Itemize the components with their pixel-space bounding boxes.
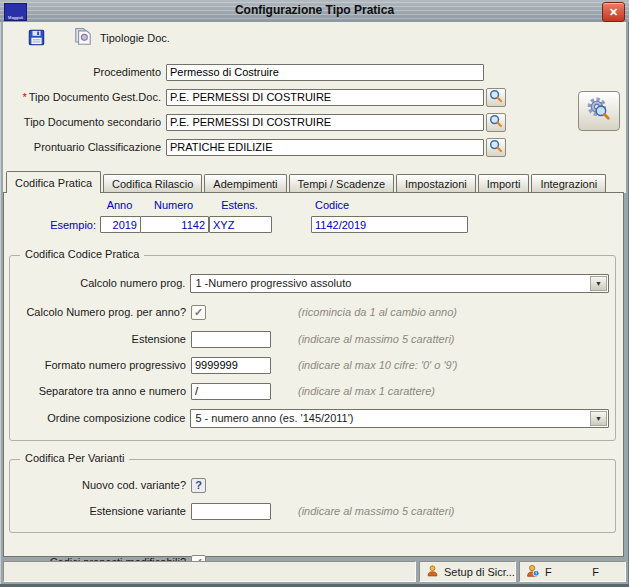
procedimento-row: Procedimento [3, 63, 626, 81]
setup-sicurezza-label: Setup di Sicr... [444, 566, 515, 578]
formato-row: Formato numero progressivo (indicare al … [10, 352, 609, 378]
nuovo-cod-variante-checkbox[interactable]: ? [191, 478, 206, 493]
esempio-numero-input[interactable] [140, 216, 209, 233]
esempio-header-codice: Codice [315, 199, 349, 211]
ordine-label: Ordine composizione codice [10, 412, 190, 424]
ordine-value: 5 - numero anno (es. '145/2011') [195, 412, 353, 424]
estensione-variante-hint: (indicare al massimo 5 caratteri) [298, 505, 455, 517]
esempio-row-label: Esempio: [21, 219, 96, 231]
separatore-label: Separatore tra anno e numero [10, 385, 191, 397]
calcolo-numero-prog-select[interactable]: 1 -Numero progressivo assoluto ▼ [190, 274, 609, 293]
tab-strip: Codifica Pratica Codifica Rilascio Ademp… [3, 172, 626, 193]
close-icon[interactable]: ✕ [602, 2, 625, 22]
tab-impostazioni[interactable]: Impostazioni [396, 174, 476, 193]
tab-label: Integrazioni [540, 178, 597, 190]
per-anno-checkbox[interactable]: ✓ [191, 305, 206, 320]
tab-codifica-rilascio[interactable]: Codifica Rilascio [103, 174, 202, 193]
formato-input[interactable] [191, 357, 271, 374]
estensione-variante-row: Estensione variante (indicare al massimo… [10, 498, 609, 524]
user-icon [426, 564, 439, 580]
per-anno-label: Calcolo Numero prog. per anno? [10, 306, 191, 318]
separatore-hint: (indicare al max 1 carattere) [298, 385, 435, 397]
esempio-estens-input[interactable] [209, 216, 272, 233]
documents-icon [73, 27, 93, 49]
tab-label: Tempi / Scadenze [298, 178, 385, 190]
tab-tempi-scadenze[interactable]: Tempi / Scadenze [289, 174, 394, 193]
formato-label: Formato numero progressivo [10, 359, 191, 371]
tipologie-doc-button[interactable]: Tipologie Doc. [68, 24, 175, 52]
procedimento-label: Procedimento [3, 66, 166, 78]
tab-label: Adempimenti [213, 178, 277, 190]
magnifier-icon [489, 89, 503, 106]
procedimento-input[interactable] [166, 64, 484, 81]
per-anno-hint: (ricomincia da 1 al cambio anno) [298, 306, 457, 318]
tipo-doc-gestdoc-lookup-button[interactable] [486, 88, 506, 107]
tipo-doc-gestdoc-label-text: Tipo Documento Gest.Doc. [29, 91, 161, 103]
tipo-doc-gestdoc-label: *Tipo Documento Gest.Doc. [3, 91, 166, 103]
tipo-doc-secondario-row: Tipo Documento secondario [3, 113, 626, 131]
formato-hint: (indicare al max 10 cifre: '0' o '9') [298, 359, 457, 371]
prontuario-lookup-button[interactable] [486, 138, 506, 157]
tab-adempimenti[interactable]: Adempimenti [204, 174, 286, 193]
calcolo-numero-prog-label: Calcolo numero prog. [10, 277, 190, 289]
esempio-header-numero: Numero [140, 199, 207, 211]
status-message-panel [3, 561, 416, 582]
current-user-panel[interactable]: F F [519, 561, 626, 582]
save-floppy-icon [28, 29, 45, 48]
setup-sicurezza-button[interactable]: Setup di Sicr... [419, 561, 516, 582]
separatore-input[interactable] [191, 383, 271, 400]
separatore-row: Separatore tra anno e numero (indicare a… [10, 378, 609, 404]
esempio-header-estens: Estens. [209, 199, 270, 211]
ordine-select[interactable]: 5 - numero anno (es. '145/2011') ▼ [190, 409, 609, 428]
toolbar: Tipologie Doc. [3, 22, 626, 55]
nuovo-cod-variante-label: Nuovo cod. variante? [10, 479, 191, 491]
estensione-variante-input[interactable] [191, 503, 271, 520]
nuovo-cod-variante-row: Nuovo cod. variante? ? [10, 472, 609, 498]
tipo-doc-secondario-label: Tipo Documento secondario [3, 116, 166, 128]
esempio-section: Anno Numero Estens. Codice Esempio: [4, 193, 623, 245]
prontuario-row: Prontuario Classificazione [3, 138, 626, 156]
tab-label: Codifica Rilascio [112, 178, 193, 190]
codifica-per-varianti-group: Codifica Per Varianti Nuovo cod. variant… [9, 459, 616, 533]
estensione-variante-label: Estensione variante [10, 505, 191, 517]
codifica-per-varianti-title: Codifica Per Varianti [20, 452, 129, 464]
window-title: Configurazione Tipo Pratica [0, 3, 629, 17]
tab-codifica-pratica[interactable]: Codifica Pratica [6, 171, 101, 193]
tipo-doc-gestdoc-row: *Tipo Documento Gest.Doc. [3, 88, 626, 106]
save-button[interactable] [23, 26, 50, 51]
codifica-codice-pratica-title: Codifica Codice Pratica [20, 248, 144, 260]
chevron-down-icon[interactable]: ▼ [590, 411, 607, 426]
tipo-doc-secondario-lookup-button[interactable] [486, 113, 506, 132]
gestdoc-settings-button[interactable] [578, 91, 620, 131]
magnifier-icon [489, 139, 503, 156]
prontuario-input[interactable] [166, 139, 484, 156]
user-initial: F [545, 566, 552, 578]
per-anno-row: Calcolo Numero prog. per anno? ✓ (ricomi… [10, 298, 609, 326]
tab-panel-codifica-pratica: Anno Numero Estens. Codice Esempio: Codi… [3, 192, 624, 557]
esempio-header-anno: Anno [100, 199, 139, 211]
tab-importi[interactable]: Importi [478, 174, 530, 193]
calcolo-numero-prog-row: Calcolo numero prog. 1 -Numero progressi… [10, 268, 609, 298]
chevron-down-icon[interactable]: ▼ [590, 276, 607, 291]
esempio-anno-input[interactable] [100, 216, 141, 233]
tipo-doc-secondario-input[interactable] [166, 114, 484, 131]
magnifier-icon [489, 114, 503, 131]
ordine-row: Ordine composizione codice 5 - numero an… [10, 404, 609, 432]
title-bar[interactable]: Maggioli Configurazione Tipo Pratica ✕ [0, 0, 629, 22]
user-initial-2: F [592, 566, 599, 578]
required-asterisk: * [22, 91, 26, 103]
tab-integrazioni[interactable]: Integrazioni [531, 174, 606, 193]
calcolo-numero-prog-value: 1 -Numero progressivo assoluto [195, 277, 351, 289]
prontuario-label: Prontuario Classificazione [3, 141, 166, 153]
estensione-label: Estensione [10, 333, 191, 345]
tipologie-doc-label: Tipologie Doc. [100, 32, 170, 44]
tipo-doc-gestdoc-input[interactable] [166, 89, 484, 106]
tab-label: Importi [487, 178, 521, 190]
estensione-input[interactable] [191, 331, 271, 348]
tab-label: Codifica Pratica [15, 177, 92, 189]
header-form: Procedimento *Tipo Documento Gest.Doc. T… [3, 54, 626, 181]
esempio-codice-input[interactable] [311, 216, 468, 233]
estensione-hint: (indicare al massimo 5 caratteri) [298, 333, 455, 345]
status-bar: Setup di Sicr... F F [3, 561, 626, 582]
user-alert-icon [526, 564, 540, 580]
